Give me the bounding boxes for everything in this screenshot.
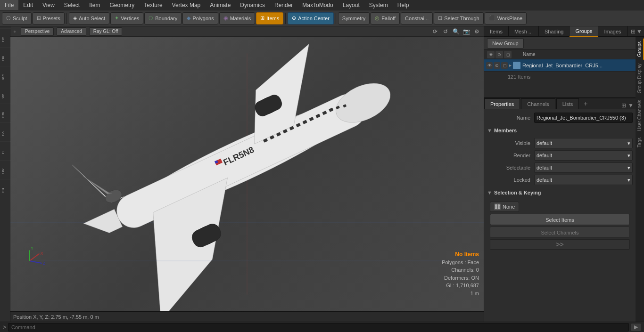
- menu-system[interactable]: System: [364, 0, 393, 10]
- boundary-button[interactable]: ⬡ Boundary: [144, 12, 182, 24]
- sidebar-item-deform[interactable]: De...: [0, 28, 10, 47]
- toolbar-sep-2: [285, 13, 286, 24]
- none-button[interactable]: None: [490, 202, 519, 212]
- auto-select-button[interactable]: ◈ Auto Select: [69, 12, 109, 24]
- gr-lock-icon[interactable]: ⊙: [494, 62, 500, 69]
- menu-dynamics[interactable]: Dynamics: [235, 0, 270, 10]
- prop-tab-channels[interactable]: Channels: [521, 98, 555, 109]
- sidebar-item-mesh[interactable]: Me...: [0, 66, 10, 85]
- group-row[interactable]: 👁 ⊙ ◻ ▸ Regional_Jet_Bombardier_CRJ5...: [484, 59, 636, 72]
- menu-maxtomodo[interactable]: MaxToModo: [297, 0, 338, 10]
- sidebar-item-uv[interactable]: UV...: [0, 160, 10, 179]
- menu-texture[interactable]: Texture: [139, 0, 167, 10]
- menu-edit[interactable]: Edit: [18, 0, 38, 10]
- locked-select[interactable]: default ▾: [534, 175, 633, 185]
- collapse-icon[interactable]: ▼: [636, 28, 642, 35]
- select-items-button[interactable]: Select Items: [490, 214, 630, 225]
- viewport-icon-refresh[interactable]: ↺: [441, 27, 450, 36]
- tab-items[interactable]: Items: [484, 26, 509, 37]
- prop-tab-properties[interactable]: Properties: [484, 98, 520, 109]
- svg-text:Z: Z: [43, 261, 46, 266]
- svg-line-33: [30, 261, 42, 263]
- sidebar-item-pol[interactable]: Po...: [0, 122, 10, 141]
- viewport-icon-search[interactable]: 🔍: [452, 27, 460, 36]
- new-group-button[interactable]: New Group: [487, 38, 524, 49]
- menu-select[interactable]: Select: [59, 0, 84, 10]
- boundary-icon: ⬡: [149, 15, 153, 21]
- viewport-icon-settings[interactable]: ⚙: [472, 27, 481, 36]
- perspective-button[interactable]: Perspective: [21, 27, 54, 36]
- sidebar-item-fu[interactable]: Fu...: [0, 179, 10, 198]
- rvtab-groups[interactable]: Groups: [636, 39, 644, 60]
- menu-animate[interactable]: Animate: [205, 0, 235, 10]
- visible-select[interactable]: default ▾: [534, 138, 633, 148]
- sidebar-item-dup[interactable]: Du...: [0, 47, 10, 66]
- viewport-icon-rotate[interactable]: ⟳: [431, 27, 439, 36]
- falloff-button[interactable]: ◎ Falloff: [371, 12, 400, 24]
- menu-help[interactable]: Help: [393, 0, 414, 10]
- groups-header: New Group: [484, 37, 636, 50]
- prop-expand-icon[interactable]: ⊞: [621, 102, 626, 109]
- polygons-button[interactable]: ◆ Polygons: [182, 12, 218, 24]
- viewport[interactable]: ● Perspective Advanced Ray GL: Off ⟳ ↺ 🔍…: [10, 26, 484, 322]
- viewport-canvas[interactable]: FLR5N8 X Z Y: [10, 37, 484, 311]
- command-run-button[interactable]: ▶: [631, 323, 641, 332]
- symmetry-button[interactable]: Symmetry: [338, 12, 370, 24]
- select-through-button[interactable]: ⊡ Select Through: [434, 12, 483, 24]
- tab-mesh[interactable]: Mesh ...: [509, 26, 539, 37]
- menu-view[interactable]: View: [38, 0, 59, 10]
- workplane-button[interactable]: ⬛ WorkPlane: [485, 12, 527, 24]
- menu-item[interactable]: Item: [84, 0, 105, 10]
- members-section-header: ▼ Members: [487, 125, 633, 136]
- sel-more-button[interactable]: >>: [490, 239, 630, 250]
- members-arrow[interactable]: ▼: [487, 128, 492, 133]
- selectable-select[interactable]: default ▾: [534, 162, 633, 173]
- rvtab-tags[interactable]: Tags: [636, 135, 644, 150]
- groups-list[interactable]: 👁 ⊙ ◻ ▸ Regional_Jet_Bombardier_CRJ5... …: [484, 59, 636, 97]
- render-row: Render default ▾: [487, 150, 633, 161]
- tab-groups[interactable]: Groups: [570, 26, 598, 37]
- rvtab-group-display[interactable]: Group Display: [636, 61, 644, 96]
- name-input[interactable]: [534, 113, 633, 123]
- sculpt-icon: ⬡: [6, 15, 11, 21]
- vertices-button[interactable]: ✦ Vertices: [110, 12, 143, 24]
- menu-file[interactable]: File: [0, 0, 18, 10]
- visibility2-icon[interactable]: ◻: [504, 51, 512, 58]
- position-status: Position X, Y, Z: 2.75 m, -7.55 m, 0 m: [13, 314, 99, 320]
- group-expand-arrow[interactable]: ▸: [509, 63, 512, 68]
- presets-button[interactable]: ⊞ Presets: [33, 12, 65, 24]
- viewport-icon-camera[interactable]: 📷: [462, 27, 471, 36]
- constraints-button[interactable]: Constrai...: [401, 12, 433, 24]
- sculpt-button[interactable]: ⬡ Sculpt: [2, 12, 32, 24]
- items-button[interactable]: ⊞ Items: [256, 12, 283, 24]
- menu-vertex-map[interactable]: Vertex Map: [167, 0, 206, 10]
- menu-render[interactable]: Render: [270, 0, 297, 10]
- sel-keying-arrow[interactable]: ▼: [487, 190, 492, 195]
- prop-collapse-icon[interactable]: ▼: [628, 102, 634, 109]
- expand-icon[interactable]: ⊞: [631, 28, 636, 35]
- command-input[interactable]: [8, 323, 629, 332]
- sidebar-item-vert[interactable]: Ve...: [0, 85, 10, 104]
- materials-icon: ◉: [223, 15, 228, 21]
- rvtab-user-channels[interactable]: User Channels: [636, 97, 644, 134]
- menu-geometry[interactable]: Geometry: [105, 0, 140, 10]
- eye-icon[interactable]: 👁: [487, 51, 495, 58]
- sidebar-item-c[interactable]: C...: [0, 141, 10, 160]
- gr-eye-icon[interactable]: 👁: [486, 62, 493, 69]
- advanced-button[interactable]: Advanced: [57, 27, 86, 36]
- ray-gl-button[interactable]: Ray GL: Off: [89, 27, 123, 36]
- lock-icon[interactable]: ⊙: [495, 51, 503, 58]
- command-prefix: >: [3, 324, 6, 331]
- name-label: Name: [487, 115, 534, 121]
- action-center-button[interactable]: ⊕ Action Center: [288, 12, 334, 24]
- tab-images[interactable]: Images: [598, 26, 627, 37]
- gr-vis-icon[interactable]: ◻: [501, 62, 508, 69]
- materials-button[interactable]: ◉ Materials: [219, 12, 256, 24]
- render-select[interactable]: default ▾: [534, 150, 633, 161]
- menu-layout[interactable]: Layout: [338, 0, 364, 10]
- tab-shading[interactable]: Shading: [539, 26, 570, 37]
- sidebar-item-em[interactable]: Em...: [0, 104, 10, 122]
- prop-tab-add[interactable]: +: [580, 98, 591, 109]
- prop-tab-lists[interactable]: Lists: [556, 98, 579, 109]
- main-layout: De... Du... Me... Ve... Em... Po... C...…: [0, 26, 644, 322]
